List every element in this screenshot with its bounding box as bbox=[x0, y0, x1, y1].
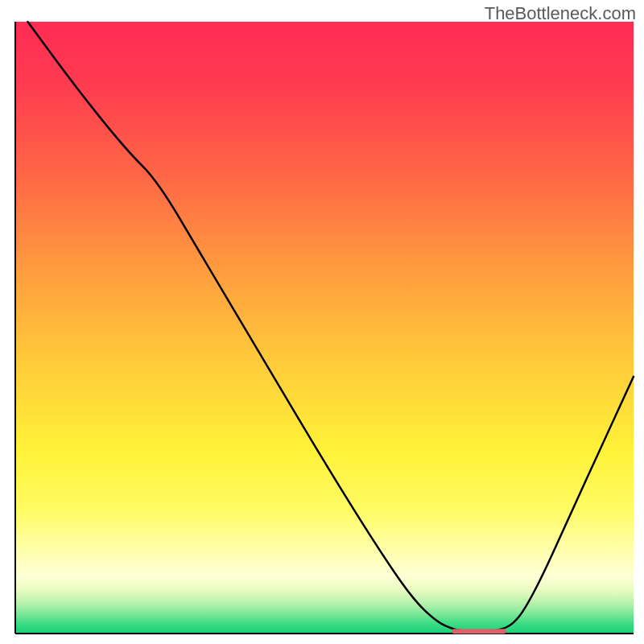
bottleneck-chart bbox=[0, 0, 644, 644]
axes-frame bbox=[15, 22, 634, 634]
plot-background bbox=[15, 22, 634, 634]
watermark-text: TheBottleneck.com bbox=[485, 3, 636, 24]
